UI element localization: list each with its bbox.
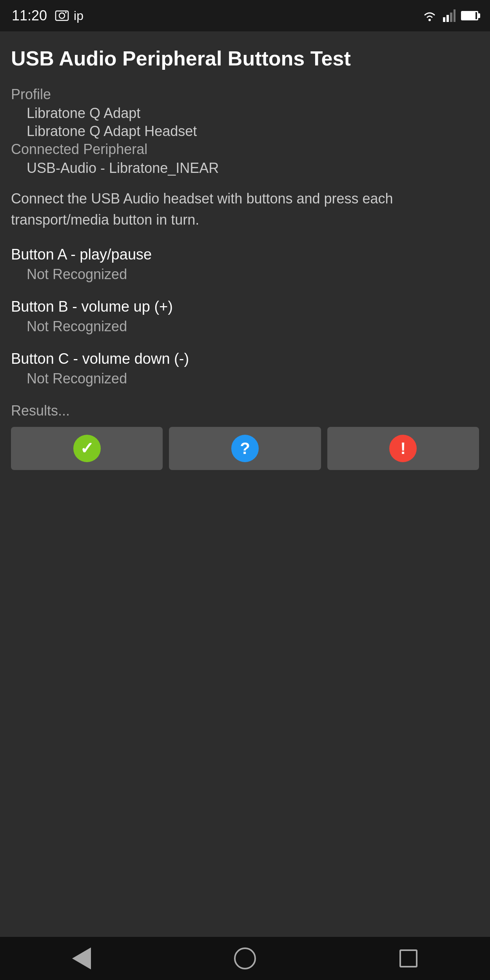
- svg-point-1: [59, 13, 65, 18]
- status-left: 11:20 ip: [12, 7, 83, 24]
- instruction-text: Connect the USB Audio headset with butto…: [11, 188, 479, 230]
- info-icon: ?: [231, 435, 259, 462]
- empty-space: [0, 496, 490, 937]
- button-b-status: Not Recognized: [11, 318, 479, 335]
- profile-section: Profile Libratone Q Adapt Libratone Q Ad…: [11, 86, 479, 140]
- status-time: 11:20: [12, 7, 47, 24]
- wifi-icon: [422, 9, 437, 22]
- bottom-nav: [0, 937, 490, 980]
- status-bar: 11:20 ip: [0, 0, 490, 31]
- profile-value-1: Libratone Q Adapt: [11, 105, 479, 122]
- action-buttons: ✓ ? !: [11, 427, 479, 470]
- button-b-label: Button B - volume up (+): [11, 298, 479, 315]
- fail-button[interactable]: !: [327, 427, 479, 470]
- back-button[interactable]: [66, 943, 97, 974]
- results-label: Results...: [11, 403, 479, 419]
- profile-label: Profile: [11, 86, 479, 103]
- page-title: USB Audio Peripheral Buttons Test: [11, 47, 479, 71]
- info-button[interactable]: ?: [169, 427, 321, 470]
- main-content: USB Audio Peripheral Buttons Test Profil…: [0, 31, 490, 496]
- button-a-label: Button A - play/pause: [11, 246, 479, 263]
- profile-value-2: Libratone Q Adapt Headset: [11, 123, 479, 140]
- connected-peripheral-label: Connected Peripheral: [11, 141, 479, 158]
- status-icons-left: ip: [55, 9, 83, 23]
- button-a-status: Not Recognized: [11, 266, 479, 283]
- battery-icon: [461, 11, 478, 20]
- ip-label: ip: [74, 9, 83, 23]
- status-right: [422, 9, 478, 22]
- button-b-section: Button B - volume up (+) Not Recognized: [11, 298, 479, 335]
- connected-peripheral-value: USB-Audio - Libratone_INEAR: [11, 160, 479, 176]
- svg-point-3: [428, 19, 431, 21]
- home-button[interactable]: [229, 943, 261, 974]
- svg-rect-4: [443, 17, 445, 22]
- recent-icon: [399, 949, 417, 967]
- button-a-section: Button A - play/pause Not Recognized: [11, 246, 479, 283]
- button-c-section: Button C - volume down (-) Not Recognize…: [11, 350, 479, 387]
- connected-peripheral-section: Connected Peripheral USB-Audio - Librato…: [11, 141, 479, 176]
- pass-icon: ✓: [73, 435, 101, 462]
- pass-button[interactable]: ✓: [11, 427, 163, 470]
- button-c-status: Not Recognized: [11, 370, 479, 387]
- fail-icon: !: [389, 435, 417, 462]
- svg-rect-5: [446, 15, 449, 22]
- home-icon: [234, 947, 256, 969]
- svg-point-2: [65, 12, 67, 13]
- back-icon: [72, 947, 91, 969]
- signal-icon: [443, 9, 456, 22]
- photo-icon: [55, 9, 69, 23]
- button-c-label: Button C - volume down (-): [11, 350, 479, 367]
- svg-rect-7: [454, 9, 456, 22]
- svg-rect-6: [450, 13, 452, 22]
- recent-button[interactable]: [393, 943, 424, 974]
